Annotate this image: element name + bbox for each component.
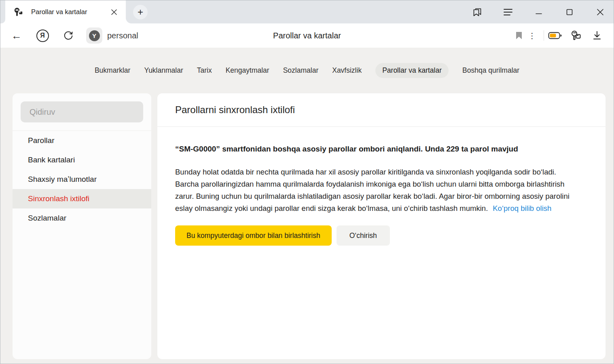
kebab-icon: ⋮ [528, 31, 537, 40]
nav-tab-settings[interactable]: Sozlamalar [283, 63, 319, 78]
browser-toolbar: Parollar va kartalar ← Я Y personal [0, 23, 614, 48]
reload-icon [63, 30, 74, 41]
toolbar-left-group: ← Я Y personal [9, 27, 138, 44]
conflict-paragraph-1: Bunday holat odatda bir nechta qurilmada… [175, 166, 581, 178]
passwords-manager-button[interactable] [569, 29, 583, 42]
nav-tab-other-devices[interactable]: Boshqa qurilmalar [462, 63, 519, 78]
tabbar-background-left [0, 0, 5, 23]
sidebar-item-personal-data[interactable]: Shaxsiy maʼlumotlar [13, 170, 151, 189]
sidebar-list: Parollar Bank kartalari Shaxsiy maʼlumot… [13, 130, 151, 228]
menu-hamburger-icon[interactable] [502, 6, 514, 18]
sidebar: Parollar Bank kartalari Shaxsiy maʼlumot… [13, 93, 151, 359]
nav-tab-security[interactable]: Xavfsizlik [332, 63, 362, 78]
conflict-heading: “SM-G0000” smartfonidan boshqa asosiy pa… [175, 143, 572, 155]
nav-tab-extensions[interactable]: Kengaytmalar [226, 63, 269, 78]
sidebar-item-label: Sozlamalar [28, 214, 66, 223]
window-minimize-icon[interactable] [533, 6, 545, 18]
tab-close-icon[interactable] [108, 6, 120, 18]
sidebar-item-settings[interactable]: Sozlamalar [13, 208, 151, 228]
download-icon [593, 31, 601, 40]
nav-tab-history[interactable]: Tarix [197, 63, 212, 78]
settings-nav-row: Bukmarklar Yuklanmalar Tarix Kengaytmala… [0, 48, 614, 93]
action-buttons: Bu kompyuterdagi ombor bilan birlashtiri… [175, 225, 581, 246]
profile-name: personal [107, 31, 138, 40]
back-arrow-icon: ← [11, 30, 22, 41]
profile-avatar: Y [89, 30, 100, 41]
tab-title: Parollar va kartalar [31, 8, 108, 16]
plus-icon: + [138, 6, 143, 18]
nav-tab-passwords-cards[interactable]: Parollar va kartalar [375, 63, 449, 78]
browser-tab[interactable]: Parollar va kartalar [5, 0, 126, 23]
profile-chip[interactable]: Y personal [86, 27, 138, 44]
toolbar-right-group: ⋮ [512, 29, 604, 42]
new-tab-button[interactable]: + [133, 5, 148, 19]
search-input[interactable] [21, 101, 143, 122]
sidebar-item-bank-cards[interactable]: Bank kartalari [13, 150, 151, 170]
sidebar-item-label: Shaxsiy maʼlumotlar [28, 175, 97, 184]
sidebar-item-label: Bank kartalari [28, 156, 75, 164]
nav-tab-bookmarks[interactable]: Bukmarklar [95, 63, 131, 78]
settings-nav-tabs: Bukmarklar Yuklanmalar Tarix Kengaytmala… [95, 63, 519, 78]
profile-avatar-frame: Y [86, 27, 102, 44]
sidebar-item-label: Parollar [28, 136, 54, 145]
downloads-button[interactable] [590, 29, 604, 42]
window-close-icon[interactable] [594, 6, 606, 18]
delete-vault-button[interactable]: Oʻchirish [337, 225, 390, 246]
passwords-key-favicon-icon [13, 7, 24, 17]
battery-icon [548, 32, 562, 40]
more-options-button[interactable]: ⋮ [526, 29, 540, 42]
back-button[interactable]: ← [9, 28, 24, 43]
passwords-key-icon [570, 30, 582, 41]
tab-bar: Parollar va kartalar + [0, 0, 614, 23]
main-header: Parollarni sinxronlash ixtilofi [157, 93, 606, 127]
bookmark-icon [516, 32, 522, 40]
main-panel: Parollarni sinxronlash ixtilofi “SM-G000… [157, 93, 606, 359]
search-box [21, 101, 143, 122]
reload-button[interactable] [61, 28, 76, 43]
sidebar-item-label: Sinxronlash ixtilofi [28, 194, 89, 203]
yandex-logo-icon: Я [36, 29, 49, 42]
browser-window: Parollar va kartalar + [0, 0, 614, 364]
bookmark-button[interactable] [512, 29, 526, 42]
section-title: Parollarni sinxronlash ixtilofi [175, 104, 295, 116]
learn-more-link[interactable]: Koʻproq bilib olish [493, 204, 551, 213]
nav-tab-downloads[interactable]: Yuklanmalar [144, 63, 183, 78]
sync-conflict-content: “SM-G0000” smartfonidan boshqa asosiy pa… [157, 127, 606, 246]
window-maximize-icon[interactable] [563, 6, 576, 18]
sidebar-item-sync-conflict[interactable]: Sinxronlash ixtilofi [13, 189, 151, 208]
window-controls [471, 0, 606, 23]
battery-button[interactable] [548, 29, 562, 42]
conflict-description: Bunday holat odatda bir nechta qurilmada… [175, 166, 581, 215]
yandex-home-button[interactable]: Я [35, 28, 50, 43]
tab-panels-icon[interactable] [471, 6, 483, 18]
sidebar-item-passwords[interactable]: Parollar [13, 131, 151, 150]
toolbar-divider [544, 30, 544, 41]
merge-vault-button[interactable]: Bu kompyuterdagi ombor bilan birlashtiri… [175, 225, 332, 246]
